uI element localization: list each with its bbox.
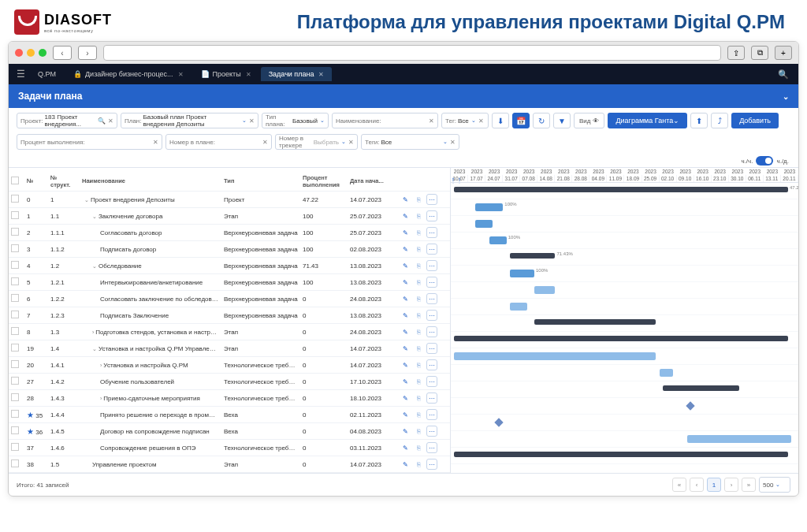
next-page-button[interactable]: ›	[724, 478, 738, 492]
filter-plantype[interactable]: Тип плана:Базовый⌄	[262, 113, 329, 128]
link-icon[interactable]: ⎘	[413, 392, 424, 404]
filter-numtrack[interactable]: Номер в трекере Выбрать⌄✕	[275, 134, 358, 150]
gantt-bar[interactable]	[510, 303, 527, 311]
filter-project[interactable]: Проект:183 Проект внедрения...🔍✕	[17, 113, 117, 128]
link-icon[interactable]: ⎘	[413, 359, 424, 370]
link-icon[interactable]: ⎘	[413, 376, 424, 387]
more-icon[interactable]: ⋯	[426, 459, 437, 470]
share-icon[interactable]: ⤴	[711, 113, 728, 128]
gantt-bar[interactable]	[663, 385, 739, 391]
edit-icon[interactable]: ✎	[400, 459, 411, 470]
edit-icon[interactable]: ✎	[400, 426, 411, 437]
refresh-icon[interactable]: ↻	[533, 113, 550, 128]
filter-numplan[interactable]: Номер в плане:✕	[165, 134, 272, 150]
table-row[interactable]: 5 1.2.1 Интервьюирование/анкетирование В…	[9, 274, 450, 291]
more-icon[interactable]: ⋯	[426, 277, 437, 288]
more-icon[interactable]: ⋯	[426, 376, 437, 387]
gantt-bar[interactable]	[510, 270, 534, 277]
prev-page-button[interactable]: ‹	[690, 478, 704, 492]
row-checkbox[interactable]	[11, 211, 19, 219]
calendar-icon[interactable]: 📅	[512, 113, 530, 128]
filter-name[interactable]: Наименование:✕	[332, 113, 438, 128]
tabs-icon[interactable]: ⧉	[751, 46, 768, 60]
link-icon[interactable]: ⎘	[413, 260, 424, 271]
link-icon[interactable]: ⎘	[413, 227, 424, 238]
edit-icon[interactable]: ✎	[400, 293, 411, 304]
clear-icon[interactable]: ✕	[249, 117, 255, 125]
more-icon[interactable]: ⋯	[426, 343, 437, 354]
edit-icon[interactable]: ✎	[400, 376, 411, 387]
table-row[interactable]: 4 1.2 ⌄Обследование Верхнеуровневая зада…	[9, 258, 450, 274]
menu-icon[interactable]: ☰	[13, 69, 28, 80]
close-dot[interactable]	[15, 49, 23, 57]
last-page-button[interactable]: »	[742, 478, 756, 492]
row-checkbox[interactable]	[11, 410, 19, 418]
col-pct[interactable]: Процент выполнения	[300, 173, 348, 190]
row-checkbox[interactable]	[11, 327, 19, 335]
gantt-bar[interactable]	[475, 203, 503, 211]
tab-projects[interactable]: 📄 Проекты✕	[193, 67, 259, 81]
more-icon[interactable]: ⋯	[426, 392, 437, 404]
search-icon[interactable]: 🔍	[98, 117, 106, 125]
edit-icon[interactable]: ✎	[400, 210, 411, 221]
maximize-dot[interactable]	[39, 49, 46, 57]
close-icon[interactable]: ✕	[178, 71, 184, 78]
link-icon[interactable]: ⎘	[413, 310, 424, 321]
row-checkbox[interactable]	[11, 311, 19, 318]
row-checkbox[interactable]	[11, 228, 19, 236]
more-icon[interactable]: ⋯	[426, 244, 437, 255]
row-checkbox[interactable]	[11, 393, 19, 401]
row-checkbox[interactable]	[11, 195, 19, 203]
clear-icon[interactable]: ✕	[429, 117, 434, 125]
edit-icon[interactable]: ✎	[400, 326, 411, 337]
edit-icon[interactable]: ✎	[400, 310, 411, 321]
table-row[interactable]: 37 1.4.6 Сопровождение решения в ОПЭ Тех…	[9, 440, 450, 456]
link-icon[interactable]: ⎘	[413, 459, 424, 470]
gantt-bar[interactable]	[534, 286, 555, 294]
download-icon[interactable]: ⬇	[492, 113, 509, 128]
table-row[interactable]: 20 1.4.1 ›Установка и настройка Q.PM Тех…	[9, 357, 450, 374]
more-icon[interactable]: ⋯	[426, 210, 437, 221]
gantt-bar[interactable]	[660, 369, 674, 377]
gantt-milestone[interactable]	[686, 401, 694, 410]
edit-icon[interactable]: ✎	[400, 277, 411, 288]
more-icon[interactable]: ⋯	[426, 426, 437, 437]
share-icon[interactable]: ⇪	[727, 46, 745, 60]
toggle-switch[interactable]	[756, 156, 773, 166]
edit-icon[interactable]: ✎	[400, 359, 411, 370]
more-icon[interactable]: ⋯	[426, 326, 437, 337]
row-checkbox[interactable]	[11, 459, 19, 467]
filter-percent[interactable]: Процент выполнения:✕	[17, 134, 162, 150]
collapse-icon[interactable]: ⌄	[783, 92, 789, 101]
gantt-bar[interactable]	[687, 435, 791, 443]
close-icon[interactable]: ✕	[318, 71, 324, 78]
more-icon[interactable]: ⋯	[426, 293, 437, 304]
gantt-bar[interactable]	[489, 236, 507, 244]
gantt-milestone[interactable]	[495, 418, 504, 426]
edit-icon[interactable]: ✎	[400, 260, 411, 271]
row-checkbox[interactable]	[11, 426, 19, 434]
gantt-bar[interactable]	[534, 319, 656, 325]
gantt-bar[interactable]	[475, 220, 493, 228]
filter-icon[interactable]: ▼	[553, 113, 571, 128]
view-button[interactable]: Вид 👁	[574, 113, 604, 128]
forward-button[interactable]: ›	[78, 46, 97, 60]
add-button[interactable]: Добавить	[731, 113, 779, 128]
row-checkbox[interactable]	[11, 360, 19, 368]
link-icon[interactable]: ⎘	[413, 210, 424, 221]
page-number[interactable]: 1	[707, 478, 721, 492]
row-checkbox[interactable]	[11, 377, 19, 385]
col-type[interactable]: Тип	[221, 176, 300, 186]
table-row[interactable]: 19 1.4 ⌄Установка и настройка Q.PM Управ…	[9, 340, 450, 357]
more-icon[interactable]: ⋯	[426, 359, 437, 370]
table-row[interactable]: 8 1.3 ›Подготовка стендов, установка и н…	[9, 324, 450, 340]
table-row[interactable]: 27 1.4.2 Обучение пользователей Технолог…	[9, 374, 450, 390]
clear-icon[interactable]: ✕	[108, 117, 113, 125]
col-struct[interactable]: № структ.	[48, 173, 80, 190]
more-icon[interactable]: ⋯	[426, 260, 437, 271]
link-icon[interactable]: ⎘	[413, 409, 424, 420]
tab-tasks[interactable]: Задачи плана✕	[261, 67, 333, 81]
link-icon[interactable]: ⎘	[413, 244, 424, 255]
table-row[interactable]: 2 1.1.1 Согласовать договор Верхнеуровне…	[9, 225, 450, 241]
row-checkbox[interactable]	[11, 261, 19, 269]
